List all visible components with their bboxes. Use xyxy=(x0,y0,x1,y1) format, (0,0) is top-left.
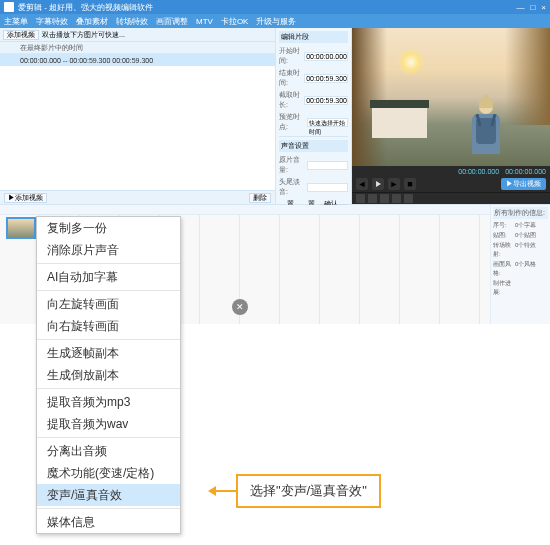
info-title: 所有制作的信息: xyxy=(493,207,548,219)
time-current: 00:00:00.000 xyxy=(458,168,499,175)
ctx-separator xyxy=(37,508,180,509)
collapse-button[interactable]: ✕ xyxy=(232,299,248,315)
menu-mtv[interactable]: MTV xyxy=(196,17,213,26)
window-title: 爱剪辑 - 超好用、强大的视频编辑软件 xyxy=(18,2,153,13)
vol-label: 原片音量: xyxy=(279,155,307,175)
ctx-separator xyxy=(37,339,180,340)
ctx-item[interactable]: 向左旋转画面 xyxy=(37,293,180,315)
close-button[interactable]: × xyxy=(541,3,546,12)
preview-pane: 00:00:00.000 00:00:00.000 ◄ ► ■ ▶导出视频 xyxy=(352,28,550,204)
preview-select[interactable]: 快速选择开始时间 xyxy=(307,118,348,127)
list-header: 在最终影片中的时间 xyxy=(0,42,275,54)
clip-row[interactable]: 00:00:00.000 -- 00:00:59.300 00:00:59.30… xyxy=(0,54,275,66)
timeline-clip[interactable] xyxy=(6,217,36,239)
fade-slider[interactable] xyxy=(307,183,348,192)
end-input[interactable]: 00:00:59.300 xyxy=(304,74,348,83)
ctx-item[interactable]: 分离出音频 xyxy=(37,440,180,462)
menubar: 主菜单 字幕特效 叠加素材 转场特效 画面调整 MTV 卡拉OK 升级与服务 xyxy=(0,14,550,28)
delete-button[interactable]: 删除 xyxy=(249,193,271,203)
clip-list[interactable]: 00:00:00.000 -- 00:00:59.300 00:00:59.30… xyxy=(0,54,275,190)
sun-graphic xyxy=(397,48,425,76)
time-total: 00:00:00.000 xyxy=(505,168,546,175)
sound-title: 声音设置 xyxy=(279,140,348,152)
ctx-item[interactable]: 魔术功能(变速/定格) xyxy=(37,462,180,484)
list-tip: 双击播放下方图片可快速... xyxy=(42,30,125,40)
tool-icon[interactable] xyxy=(380,194,389,203)
callout-text: 选择"变声/逼真音效" xyxy=(236,474,381,508)
player-toolrow xyxy=(352,192,550,204)
house-roof xyxy=(370,100,429,108)
menu-subtitle[interactable]: 字幕特效 xyxy=(36,16,68,27)
tree-right xyxy=(505,28,550,125)
house xyxy=(372,108,427,138)
play-icon xyxy=(376,181,381,187)
props-title: 编辑片段 xyxy=(279,31,348,43)
person-figure xyxy=(470,100,502,158)
prev-button[interactable]: ◄ xyxy=(356,178,368,190)
end-label: 结束时间: xyxy=(279,68,304,88)
ctx-item[interactable]: 生成倒放副本 xyxy=(37,364,180,386)
ctx-item[interactable]: 向右旋转画面 xyxy=(37,315,180,337)
dur-label: 截取时长: xyxy=(279,90,304,110)
titlebar: 爱剪辑 - 超好用、强大的视频编辑软件 — □ × xyxy=(0,0,550,14)
tool-icon[interactable] xyxy=(392,194,401,203)
start-input[interactable]: 00:00:00.000 xyxy=(304,52,348,61)
dur-input[interactable]: 00:00:59.300 xyxy=(304,96,348,105)
properties-pane: 编辑片段 开始时间:00:00:00.000 结束时间:00:00:59.300… xyxy=(275,28,352,204)
player-controls: 00:00:00.000 00:00:00.000 ◄ ► ■ ▶导出视频 xyxy=(352,166,550,192)
ctx-separator xyxy=(37,388,180,389)
vol-slider[interactable] xyxy=(307,161,348,170)
menu-overlay[interactable]: 叠加素材 xyxy=(76,16,108,27)
maximize-button[interactable]: □ xyxy=(530,3,535,12)
video-preview[interactable] xyxy=(352,28,550,166)
add-video-tab[interactable]: 添加视频 xyxy=(3,30,39,40)
play-button[interactable] xyxy=(372,178,384,190)
annotation-callout: 选择"变声/逼真音效" xyxy=(208,474,381,508)
tree-left xyxy=(352,28,387,166)
stop-button[interactable]: ■ xyxy=(404,178,416,190)
fade-label: 头尾淡音: xyxy=(279,177,307,197)
preview-label: 预览时点: xyxy=(279,112,307,132)
export-button[interactable]: ▶导出视频 xyxy=(501,178,546,190)
menu-transition[interactable]: 转场特效 xyxy=(116,16,148,27)
arrow-icon xyxy=(208,486,216,496)
menu-karaoke[interactable]: 卡拉OK xyxy=(221,16,249,27)
menu-upgrade[interactable]: 升级与服务 xyxy=(256,16,296,27)
tool-icon[interactable] xyxy=(404,194,413,203)
minimize-button[interactable]: — xyxy=(516,3,524,12)
ctx-item[interactable]: 媒体信息 xyxy=(37,511,180,533)
ctx-item[interactable]: AI自动加字幕 xyxy=(37,266,180,288)
ctx-item[interactable]: 变声/逼真音效 xyxy=(37,484,180,506)
context-menu: 复制多一份消除原片声音AI自动加字幕向左旋转画面向右旋转画面生成逐帧副本生成倒放… xyxy=(36,216,181,534)
arrow-line xyxy=(216,490,236,492)
menu-main[interactable]: 主菜单 xyxy=(4,16,28,27)
app-logo-icon xyxy=(4,2,14,12)
timeline-info-pane: 所有制作的信息: 序号:0个字幕 贴图:0个贴图 转场映射:0个特效 画面风格:… xyxy=(490,205,550,324)
start-label: 开始时间: xyxy=(279,46,304,66)
tool-icon[interactable] xyxy=(368,194,377,203)
ctx-item[interactable]: 生成逐帧副本 xyxy=(37,342,180,364)
add-video-button[interactable]: ▶添加视频 xyxy=(4,193,47,203)
tool-icon[interactable] xyxy=(356,194,365,203)
ctx-separator xyxy=(37,290,180,291)
ctx-separator xyxy=(37,263,180,264)
ctx-item[interactable]: 提取音频为wav xyxy=(37,413,180,435)
ctx-item[interactable]: 消除原片声音 xyxy=(37,239,180,261)
clip-list-pane: 添加视频 双击播放下方图片可快速... 在最终影片中的时间 00:00:00.0… xyxy=(0,28,275,204)
ctx-item[interactable]: 提取音频为mp3 xyxy=(37,391,180,413)
menu-adjust[interactable]: 画面调整 xyxy=(156,16,188,27)
ctx-separator xyxy=(37,437,180,438)
next-button[interactable]: ► xyxy=(388,178,400,190)
ctx-item[interactable]: 复制多一份 xyxy=(37,217,180,239)
